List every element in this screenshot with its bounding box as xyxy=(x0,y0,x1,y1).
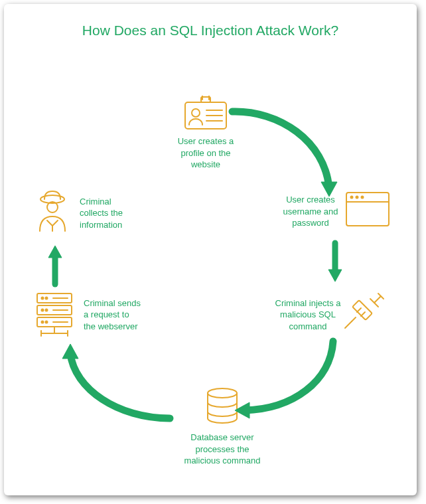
diagram-title: How Does an SQL Injection Attack Work? xyxy=(4,4,417,39)
svg-point-12 xyxy=(362,197,364,199)
svg-point-26 xyxy=(46,297,48,299)
step-dbproc-label: Database server processes the malicious … xyxy=(179,432,265,467)
step-inject: Criminal injects a malicious SQL command xyxy=(275,290,388,336)
svg-point-11 xyxy=(356,197,358,199)
svg-marker-47 xyxy=(48,246,62,258)
svg-line-17 xyxy=(357,308,361,312)
id-badge-icon xyxy=(182,96,229,131)
svg-point-28 xyxy=(42,309,44,311)
syringe-icon xyxy=(341,290,388,336)
svg-marker-43 xyxy=(328,270,342,282)
svg-line-19 xyxy=(352,317,356,321)
svg-point-29 xyxy=(46,309,48,311)
arrow-dbproc-to-request xyxy=(58,341,178,428)
step-request-label: Criminal sends a request to the webserve… xyxy=(84,297,143,333)
svg-point-25 xyxy=(42,297,44,299)
arrow-request-to-collect xyxy=(45,242,65,290)
browser-window-icon xyxy=(344,190,391,228)
step-request: Criminal sends a request to the webserve… xyxy=(32,291,143,339)
svg-line-14 xyxy=(374,296,381,303)
step-collect: Criminal collects the information xyxy=(32,190,139,236)
svg-point-31 xyxy=(42,321,44,323)
server-rack-icon xyxy=(32,291,77,339)
arrow-profile-to-creds xyxy=(226,104,345,203)
svg-point-4 xyxy=(192,109,200,117)
hacker-icon xyxy=(32,190,73,236)
step-collect-label: Criminal collects the information xyxy=(80,196,139,231)
svg-marker-45 xyxy=(62,344,78,359)
svg-marker-44 xyxy=(235,402,249,418)
arrow-creds-to-inject xyxy=(325,239,345,287)
step-inject-label: Criminal injects a malicious SQL command xyxy=(275,297,341,333)
svg-line-20 xyxy=(345,321,352,328)
diagram-card: How Does an SQL Injection Attack Work? U… xyxy=(4,4,417,495)
svg-point-32 xyxy=(46,321,48,323)
svg-marker-41 xyxy=(321,182,337,197)
svg-point-10 xyxy=(351,197,353,199)
svg-line-18 xyxy=(361,312,365,316)
arrow-inject-to-dbproc xyxy=(228,335,341,421)
